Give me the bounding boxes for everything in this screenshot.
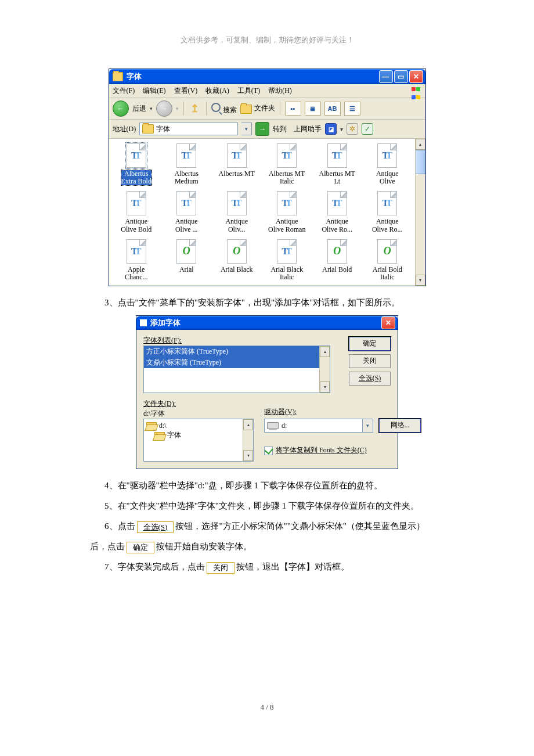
opentype-icon: O (327, 239, 347, 264)
scroll-up-icon[interactable]: ▴ (416, 139, 425, 150)
font-label: AntiqueOlive Ro... (372, 218, 403, 233)
font-item[interactable]: OArial BoldItalic (362, 239, 413, 281)
folder-open-icon (146, 422, 157, 430)
helper-icon[interactable]: ◪ (325, 123, 337, 135)
cleanup-icon[interactable]: ✓ (362, 123, 373, 135)
go-button[interactable]: → (255, 122, 269, 136)
list-item[interactable]: 文鼎小标宋简 (TrueType) (144, 357, 330, 368)
dialog-titlebar: 添加字体 ✕ (136, 316, 398, 330)
scroll-track[interactable] (416, 174, 425, 275)
scroll-down-icon[interactable]: ▾ (416, 275, 425, 286)
view-details-button[interactable]: ☰ (344, 102, 360, 116)
search-icon (211, 103, 221, 112)
folder-tree-item[interactable]: d:\ (146, 422, 251, 430)
font-item[interactable]: TTAntiqueOliv... (212, 191, 262, 233)
font-item[interactable]: TTAlbertus MT (212, 143, 262, 185)
font-item[interactable]: TTAntiqueOlive (362, 143, 413, 185)
font-item[interactable]: TTAntiqueOlive ... (161, 191, 212, 233)
close-button[interactable]: ✕ (409, 70, 423, 83)
font-label: AntiqueOliv... (225, 218, 248, 233)
address-input[interactable]: 字体 (139, 123, 238, 135)
view-similarity-button[interactable]: AB (324, 102, 341, 116)
font-listbox[interactable]: 方正小标宋简体 (TrueType) 文鼎小标宋简 (TrueType) ▴ ▾ (143, 345, 330, 393)
settings-icon[interactable]: ✲ (347, 123, 358, 135)
dialog-title: 添加字体 (150, 318, 381, 328)
font-item[interactable]: OArial Bold (312, 239, 363, 281)
add-font-dialog: 添加字体 ✕ 确定 关闭 全选(S) 字体列表(F): 方正小标宋简体 (Tru… (136, 315, 398, 469)
ok-button[interactable]: 确定 (349, 337, 391, 351)
font-item[interactable]: TTAntiqueOlive Ro... (362, 191, 413, 233)
scroll-down-icon[interactable]: ▾ (320, 381, 330, 393)
toolbar: ← 后退 ▾ → ▾ ↥ 搜索 文件夹 ▪▪ ≣ AB ☰ (109, 98, 425, 120)
font-item[interactable]: TTAntiqueOlive Ro... (312, 191, 363, 233)
view-list-button[interactable]: ≣ (305, 102, 321, 116)
search-button[interactable]: 搜索 (211, 103, 237, 115)
font-label: AntiqueOlive ... (175, 218, 198, 233)
list-item[interactable]: 方正小标宋简体 (TrueType) (144, 346, 330, 357)
font-item[interactable]: OArial Black (212, 239, 262, 281)
step-5-text: 5、在"文件夹"栏中选择"字体"文件夹，即步骤 1 下载字体保存位置所在的文件夹… (104, 498, 470, 514)
folder-tree-item[interactable]: 字体 (154, 430, 251, 440)
font-item[interactable]: TTAlbertus MTLt (312, 143, 363, 185)
step-7-text: 7、字体安装完成后，点击关闭按钮，退出【字体】对话框。 (104, 559, 470, 575)
app-icon (140, 319, 147, 326)
folder-tree[interactable]: d:\ 字体 ▴ ▾ (143, 419, 254, 462)
forward-dropdown-icon[interactable]: ▾ (176, 106, 179, 111)
drive-combobox[interactable]: d: (264, 419, 363, 433)
scroll-track[interactable] (320, 357, 330, 381)
font-item[interactable]: TTAntiqueOlive Bold (111, 191, 162, 233)
drive-dropdown-icon[interactable]: ▾ (363, 419, 373, 433)
scroll-down-icon[interactable]: ▾ (243, 450, 253, 461)
minimize-button[interactable]: — (379, 70, 393, 83)
scroll-up-icon[interactable]: ▴ (243, 419, 253, 430)
font-label: AntiqueOlive Ro... (322, 218, 352, 233)
folder-icon (240, 105, 252, 114)
font-grid: TTAlbertusExtra BoldTTAlbertusMediumTTAl… (109, 139, 415, 286)
menu-help[interactable]: 帮助(H) (268, 86, 292, 96)
view-large-icons-button[interactable]: ▪▪ (285, 102, 301, 116)
menu-file[interactable]: 文件(F) (113, 86, 135, 96)
listbox-scrollbar[interactable]: ▴ ▾ (319, 346, 330, 393)
font-label: AntiqueOlive Roman (268, 218, 305, 233)
folder-scrollbar[interactable]: ▴ ▾ (243, 419, 253, 461)
truetype-icon: TT (277, 143, 297, 168)
truetype-icon: TT (127, 143, 146, 168)
folder-path: d:\字体 (143, 409, 254, 419)
menu-view[interactable]: 查看(V) (174, 86, 198, 96)
truetype-icon: TT (377, 191, 397, 215)
address-dropdown-icon[interactable]: ▾ (241, 123, 252, 135)
titlebar: 字体 — ▭ ✕ (109, 69, 425, 84)
select-all-button[interactable]: 全选(S) (349, 372, 391, 386)
back-dropdown-icon[interactable]: ▾ (150, 106, 153, 111)
font-item[interactable]: TTAlbertusMedium (161, 143, 212, 185)
truetype-icon: TT (327, 191, 347, 215)
font-item[interactable]: TTAlbertus MTItalic (262, 143, 312, 185)
menu-edit[interactable]: 编辑(E) (143, 86, 165, 96)
address-bar: 地址(D) 字体 ▾ → 转到 上网助手 ◪ ▾ ✲ ✓ (109, 120, 425, 139)
menu-fav[interactable]: 收藏(A) (205, 86, 229, 96)
font-item[interactable]: TTAntiqueOlive Roman (262, 191, 312, 233)
maximize-button[interactable]: ▭ (394, 70, 408, 83)
up-folder-icon[interactable]: ↥ (189, 102, 201, 115)
font-item[interactable]: TTAlbertusExtra Bold (111, 143, 162, 185)
scroll-track[interactable] (243, 430, 253, 450)
font-item[interactable]: OArial (161, 239, 212, 281)
menu-tools[interactable]: 工具(T) (237, 86, 260, 96)
scroll-up-icon[interactable]: ▴ (320, 346, 330, 357)
font-item[interactable]: TTArial BlackItalic (262, 239, 312, 281)
folders-button[interactable]: 文件夹 (240, 103, 275, 113)
truetype-icon: TT (227, 143, 247, 168)
font-label: AlbertusExtra Bold (121, 170, 151, 185)
font-item[interactable]: TTAppleChanc... (111, 239, 162, 281)
scroll-thumb[interactable] (416, 150, 425, 174)
forward-button[interactable]: → (156, 100, 172, 117)
copy-fonts-checkbox[interactable]: 将字体复制到 Fonts 文件夹(C) (264, 445, 421, 455)
vertical-scrollbar[interactable]: ▴ ▾ (415, 139, 425, 286)
step-3-text: 3、点击"文件"菜单下的"安装新字体"，出现"添加字体"对话框，如下图所示。 (104, 295, 470, 311)
drive-label: 驱动器(V): (264, 407, 421, 417)
back-button[interactable]: ← (113, 100, 129, 117)
dialog-close-button[interactable]: ✕ (381, 316, 395, 329)
close-button[interactable]: 关闭 (349, 354, 391, 368)
network-button[interactable]: 网络... (379, 419, 421, 433)
helper-dropdown-icon[interactable]: ▾ (340, 126, 343, 132)
